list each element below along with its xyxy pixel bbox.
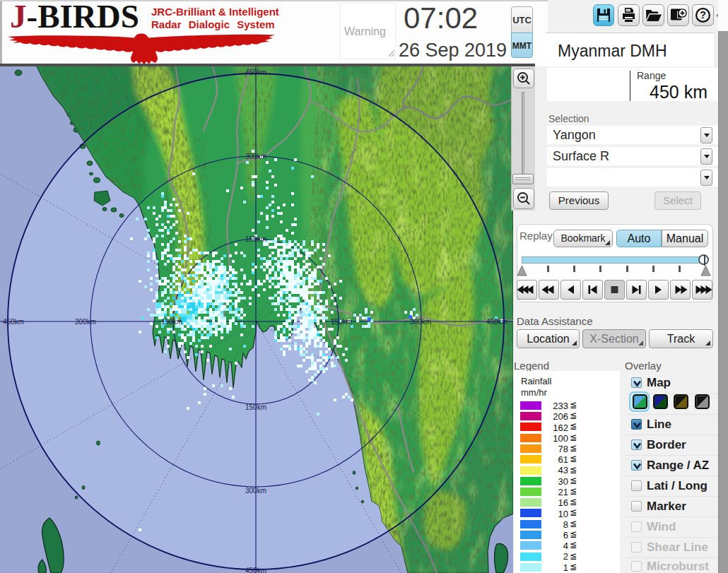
svg-text:300km: 300km <box>75 318 96 326</box>
svg-text:300km: 300km <box>245 153 266 160</box>
svg-text:150km: 150km <box>161 318 182 326</box>
svg-text:300km: 300km <box>410 318 431 326</box>
svg-text:150km: 150km <box>245 235 266 243</box>
svg-text:450km: 450km <box>245 69 266 76</box>
svg-text:?: ? <box>700 9 706 20</box>
svg-text:450km: 450km <box>486 318 507 326</box>
svg-text:450km: 450km <box>3 318 24 326</box>
svg-text:300km: 300km <box>245 487 266 495</box>
svg-text:450km: 450km <box>245 567 266 573</box>
svg-text:150km: 150km <box>245 403 266 411</box>
svg-text:150km: 150km <box>331 318 352 326</box>
